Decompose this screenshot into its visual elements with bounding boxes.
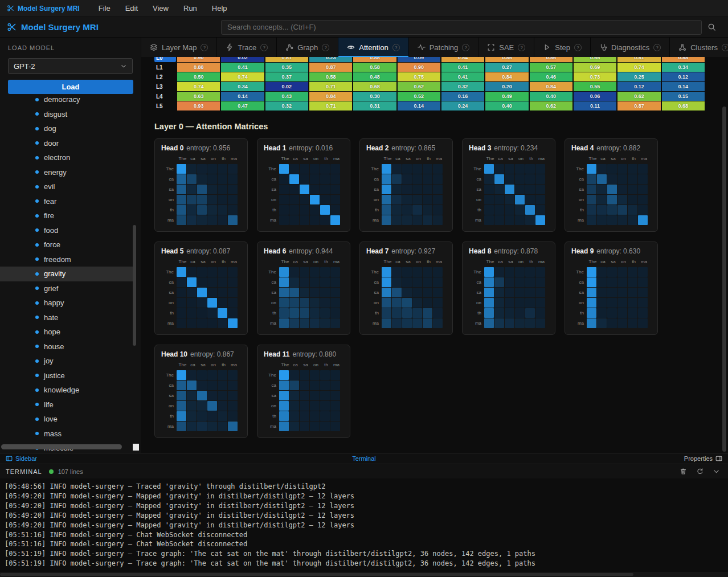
heatmap-cell[interactable]: 0.37 xyxy=(265,72,308,81)
heatmap-cell[interactable]: 0.84 xyxy=(441,57,484,62)
sidebar-item-gravity[interactable]: gravity xyxy=(0,267,134,281)
sidebar-item-hate[interactable]: hate xyxy=(0,310,134,325)
heatmap-cell[interactable]: 0.41 xyxy=(441,63,484,72)
heatmap-cell[interactable]: 0.02 xyxy=(265,82,308,91)
chevron-down-icon[interactable] xyxy=(713,468,720,475)
heatmap-cell[interactable]: 0.62 xyxy=(617,92,660,101)
heatmap-row-label-L2[interactable]: L2 xyxy=(154,72,176,81)
heatmap-cell[interactable]: 0.88 xyxy=(177,63,220,72)
heatmap-cell[interactable]: 0.68 xyxy=(662,101,705,111)
heatmap-cell[interactable]: 0.75 xyxy=(398,72,440,81)
heatmap-cell[interactable]: 0.15 xyxy=(662,92,705,101)
sidebar-item-freedom[interactable]: freedom xyxy=(0,252,134,267)
heatmap-cell[interactable]: 0.87 xyxy=(309,63,352,72)
trash-icon[interactable] xyxy=(680,468,687,475)
heatmap-cell[interactable]: 0.85 xyxy=(485,57,528,62)
refresh-icon[interactable] xyxy=(696,468,704,475)
heatmap-cell[interactable]: 0.63 xyxy=(177,92,220,101)
heatmap-cell[interactable]: 0.52 xyxy=(398,92,440,101)
heatmap-cell[interactable]: 0.11 xyxy=(574,101,616,111)
search-input[interactable] xyxy=(221,20,702,35)
sidebar-item-house[interactable]: house xyxy=(0,339,134,354)
terminal-hscroll-thumb[interactable] xyxy=(0,573,633,576)
heatmap-cell[interactable]: 0.23 xyxy=(309,57,352,62)
tab-clusters[interactable]: Clusters? xyxy=(670,38,728,57)
heatmap-row-label-L4[interactable]: L4 xyxy=(154,92,176,101)
heatmap-cell[interactable]: 0.69 xyxy=(574,63,616,72)
sidebar-item-happy[interactable]: happy xyxy=(0,296,134,310)
sidebar-item-life[interactable]: life xyxy=(0,398,134,412)
heatmap-cell[interactable]: 0.14 xyxy=(662,82,705,91)
heatmap-cell[interactable]: 0.34 xyxy=(221,82,264,91)
search-button[interactable] xyxy=(702,20,721,35)
sidebar-item-disgust[interactable]: disgust xyxy=(0,107,134,122)
heatmap-cell[interactable]: 0.65 xyxy=(574,57,616,62)
heatmap-row-label-L5[interactable]: L5 xyxy=(154,101,176,111)
heatmap-cell[interactable]: 0.74 xyxy=(617,63,660,72)
sidebar-horizontal-scrollbar[interactable] xyxy=(1,444,122,449)
sidebar-item-energy[interactable]: energy xyxy=(0,165,134,180)
heatmap-row-label-L1[interactable]: L1 xyxy=(154,63,176,72)
heatmap-cell[interactable]: 0.40 xyxy=(485,101,528,111)
heatmap-cell[interactable]: 0.14 xyxy=(221,92,264,101)
heatmap-cell[interactable]: 0.35 xyxy=(265,63,308,72)
tab-patching[interactable]: Patching? xyxy=(409,38,479,57)
sidebar-item-grief[interactable]: grief xyxy=(0,281,134,296)
heatmap-cell[interactable]: 0.81 xyxy=(617,57,660,62)
heatmap-cell[interactable]: 0.50 xyxy=(177,72,220,81)
sidebar-item-mass[interactable]: mass xyxy=(0,427,134,441)
main-vertical-scrollbar[interactable] xyxy=(722,107,726,452)
heatmap-cell[interactable]: 0.16 xyxy=(441,92,484,101)
statusbar-properties-toggle[interactable]: Properties xyxy=(684,455,722,462)
tab-graph[interactable]: Graph? xyxy=(277,38,338,57)
tab-sae[interactable]: SAE? xyxy=(478,38,534,57)
heatmap-cell[interactable]: 0.88 xyxy=(662,57,705,62)
heatmap-cell[interactable]: 0.74 xyxy=(177,82,220,91)
heatmap-cell[interactable]: 0.32 xyxy=(441,82,484,91)
tab-layer-map[interactable]: Layer Map? xyxy=(141,38,217,57)
sidebar-item-force[interactable]: force xyxy=(0,238,134,252)
heatmap-cell[interactable]: 0.74 xyxy=(221,72,264,81)
menu-item-help[interactable]: Help xyxy=(205,4,235,13)
sidebar-item-democracy[interactable]: democracy xyxy=(0,92,134,107)
heatmap-cell[interactable]: 0.47 xyxy=(221,101,264,111)
menu-item-run[interactable]: Run xyxy=(176,4,205,13)
sidebar-item-love[interactable]: love xyxy=(0,412,134,427)
heatmap-cell[interactable]: 0.71 xyxy=(309,101,352,111)
sidebar-item-food[interactable]: food xyxy=(0,223,134,238)
heatmap-cell[interactable]: 0.84 xyxy=(530,82,572,91)
heatmap-cell[interactable]: 0.90 xyxy=(398,63,440,72)
sidebar-item-dog[interactable]: dog xyxy=(0,121,134,136)
heatmap-cell[interactable]: 0.55 xyxy=(574,82,616,91)
heatmap-cell[interactable]: 0.12 xyxy=(662,72,705,81)
sidebar-vertical-scrollbar[interactable] xyxy=(133,225,136,346)
menu-item-file[interactable]: File xyxy=(91,4,118,13)
heatmap-cell[interactable]: 0.84 xyxy=(485,72,528,81)
menu-item-edit[interactable]: Edit xyxy=(118,4,145,13)
heatmap-cell[interactable]: 0.46 xyxy=(530,72,572,81)
sidebar-item-fire[interactable]: fire xyxy=(0,208,134,223)
menu-item-view[interactable]: View xyxy=(145,4,176,13)
heatmap-cell[interactable]: 0.41 xyxy=(441,72,484,81)
sidebar-item-door[interactable]: door xyxy=(0,136,134,151)
heatmap-cell[interactable]: 0.84 xyxy=(309,92,352,101)
statusbar-terminal-toggle[interactable]: Terminal xyxy=(0,455,728,462)
sidebar-item-evil[interactable]: evil xyxy=(0,179,134,194)
sidebar-item-justice[interactable]: justice xyxy=(0,369,134,383)
tab-step[interactable]: Step? xyxy=(534,38,591,57)
sidebar-item-hope[interactable]: hope xyxy=(0,325,134,339)
heatmap-cell[interactable]: 0.14 xyxy=(398,101,440,111)
sidebar-item-joy[interactable]: joy xyxy=(0,354,134,369)
heatmap-cell[interactable]: 0.87 xyxy=(617,101,660,111)
heatmap-cell[interactable]: 0.06 xyxy=(574,92,616,101)
heatmap-cell[interactable]: 0.48 xyxy=(353,72,396,81)
heatmap-row-label-L0[interactable]: L0 xyxy=(154,57,176,62)
heatmap-cell[interactable]: 0.24 xyxy=(441,101,484,111)
heatmap-cell[interactable]: 0.25 xyxy=(617,72,660,81)
heatmap-cell[interactable]: 0.30 xyxy=(353,92,396,101)
heatmap-cell[interactable]: 0.27 xyxy=(485,63,528,72)
heatmap-cell[interactable]: 0.62 xyxy=(530,101,572,111)
sidebar-item-fear[interactable]: fear xyxy=(0,194,134,209)
heatmap-cell[interactable]: 0.32 xyxy=(265,101,308,111)
sidebar-item-knowledge[interactable]: knowledge xyxy=(0,383,134,398)
